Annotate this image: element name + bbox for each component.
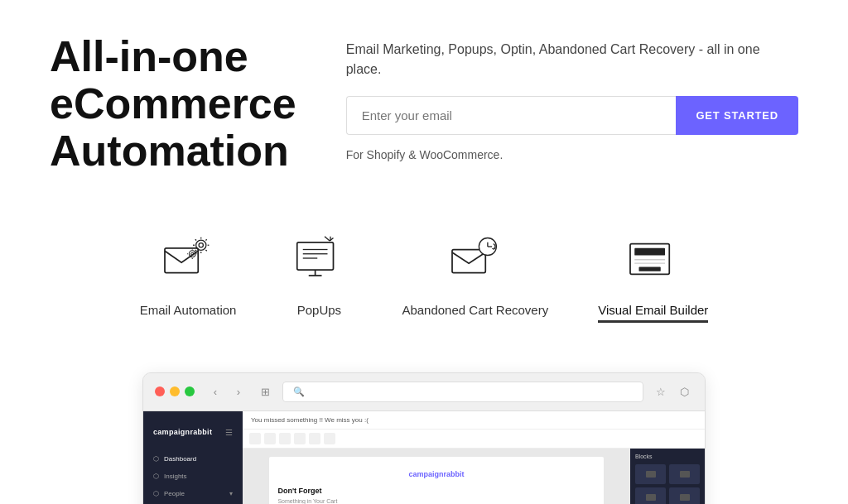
svg-line-10	[195, 250, 196, 251]
sidebar-menu-icon[interactable]: ☰	[225, 428, 233, 437]
panel-label: Blocks	[635, 454, 700, 459]
sidebar-people-label: People	[164, 490, 185, 497]
insights-icon: ⬡	[153, 473, 159, 480]
abandoned-cart-icon	[442, 225, 508, 291]
feature-visual-email-builder-label: Visual Email Builder	[598, 303, 708, 317]
sidebar-item-dashboard[interactable]: ⬡ Dashboard	[143, 450, 243, 468]
features-section: Email Automation	[50, 217, 798, 339]
notification-bar: You missed something !! We miss you :(	[243, 411, 705, 430]
dot-green	[185, 386, 195, 396]
email-automation-icon	[155, 225, 221, 291]
search-icon: 🔍	[293, 386, 305, 397]
email-editor: campaignrabbit Don't Forget Something in…	[243, 430, 705, 504]
hero-title-line2: eCommerce	[50, 79, 296, 127]
feature-popups-label: PopUps	[297, 303, 341, 317]
email-input[interactable]	[346, 96, 677, 135]
platforms-text: For Shopify & WooCommerce.	[346, 148, 798, 161]
browser-mockup: ‹ › ⊞ 🔍 ☆ ⬡ campaignrabbit ☰	[142, 372, 706, 504]
editor-toolbar	[243, 430, 705, 449]
email-logo: campaignrabbit	[277, 465, 595, 480]
svg-point-1	[196, 240, 206, 250]
svg-line-23	[325, 236, 330, 240]
browser-nav: ‹ ›	[206, 382, 248, 401]
bookmark-icon[interactable]: ☆	[652, 382, 670, 401]
right-panel: Blocks	[630, 449, 705, 504]
email-card-title: Don't Forget	[277, 487, 595, 495]
people-icon: ⬡	[153, 490, 159, 497]
panel-block-4[interactable]	[669, 487, 700, 504]
svg-line-9	[205, 239, 206, 240]
toolbar-icon-4[interactable]	[294, 433, 306, 444]
sidebar-item-insights[interactable]: ⬡ Insights	[143, 468, 243, 485]
back-button[interactable]: ‹	[206, 382, 224, 401]
browser-toolbar: ‹ › ⊞ 🔍 ☆ ⬡	[143, 373, 705, 411]
svg-rect-17	[297, 242, 334, 269]
hero-title: All-in-one eCommerce Automation	[50, 33, 296, 175]
panel-block-3[interactable]	[635, 487, 666, 504]
sidebar-brand: campaignrabbit ☰	[143, 421, 243, 450]
feature-visual-email-builder[interactable]: Visual Email Builder	[598, 225, 708, 323]
email-logo-text: campaignrabbit	[408, 470, 464, 478]
email-form: GET STARTED	[346, 96, 798, 135]
sidebar-item-people[interactable]: ⬡ People	[143, 485, 243, 502]
toolbar-icon-5[interactable]	[309, 433, 320, 444]
svg-rect-0	[165, 247, 198, 272]
panel-block-1[interactable]	[635, 464, 666, 484]
feature-email-automation[interactable]: Email Automation	[140, 225, 237, 323]
dashboard-icon: ⬡	[153, 455, 159, 463]
panel-block-2[interactable]	[669, 464, 700, 484]
forward-button[interactable]: ›	[229, 382, 248, 401]
notification-text: You missed something !! We miss you :(	[251, 416, 369, 424]
svg-rect-34	[638, 266, 660, 271]
grid-button[interactable]: ⊞	[256, 382, 274, 401]
hero-description: Email Marketing, Popups, Optin, Abandone…	[346, 40, 798, 79]
get-started-button[interactable]: GET STARTED	[676, 96, 798, 135]
sidebar-dashboard-label: Dashboard	[164, 455, 196, 463]
browser-traffic-lights	[155, 386, 195, 396]
feature-abandoned-cart-label: Abandoned Cart Recovery	[402, 303, 548, 317]
hero-right: Email Marketing, Popups, Optin, Abandone…	[346, 33, 798, 161]
svg-rect-26	[452, 249, 485, 272]
svg-point-2	[199, 242, 203, 247]
feature-abandoned-cart[interactable]: Abandoned Cart Recovery	[402, 225, 548, 323]
sidebar-insights-label: Insights	[164, 473, 187, 480]
share-icon[interactable]: ⬡	[675, 382, 693, 401]
svg-point-12	[191, 252, 194, 255]
hero-section: All-in-one eCommerce Automation Email Ma…	[50, 33, 798, 175]
browser-content: campaignrabbit ☰ ⬡ Dashboard ⬡ Insights …	[143, 411, 705, 504]
app-sidebar: campaignrabbit ☰ ⬡ Dashboard ⬡ Insights …	[143, 411, 243, 504]
address-bar[interactable]: 🔍	[282, 382, 643, 402]
app-main: You missed something !! We miss you :(	[243, 411, 705, 504]
feature-email-automation-label: Email Automation	[140, 303, 237, 317]
brand-text: campaignrabbit	[153, 428, 212, 436]
browser-actions: ☆ ⬡	[652, 382, 693, 401]
editor-content: campaignrabbit Don't Forget Something in…	[243, 449, 705, 504]
hero-title-line1: All-in-one	[50, 32, 248, 80]
toolbar-icon-3[interactable]	[279, 433, 291, 444]
visual-email-builder-icon	[620, 225, 687, 291]
email-card-subtitle: Something in Your Cart	[277, 498, 595, 504]
hero-title-line3: Automation	[50, 127, 289, 175]
svg-rect-31	[634, 247, 665, 255]
dot-yellow	[170, 386, 180, 396]
feature-popups[interactable]: PopUps	[286, 225, 352, 323]
svg-line-8	[205, 250, 206, 251]
toolbar-icon-1[interactable]	[249, 433, 261, 444]
email-card: campaignrabbit Don't Forget Something in…	[269, 457, 603, 504]
dot-red	[155, 386, 165, 396]
toolbar-icon-2[interactable]	[264, 433, 276, 444]
email-canvas: campaignrabbit Don't Forget Something in…	[243, 449, 630, 504]
panel-grid	[635, 464, 700, 504]
popups-icon	[286, 225, 352, 291]
browser-mockup-wrapper: ‹ › ⊞ 🔍 ☆ ⬡ campaignrabbit ☰	[50, 372, 798, 504]
toolbar-icon-6[interactable]	[324, 433, 335, 444]
svg-line-7	[195, 239, 196, 240]
